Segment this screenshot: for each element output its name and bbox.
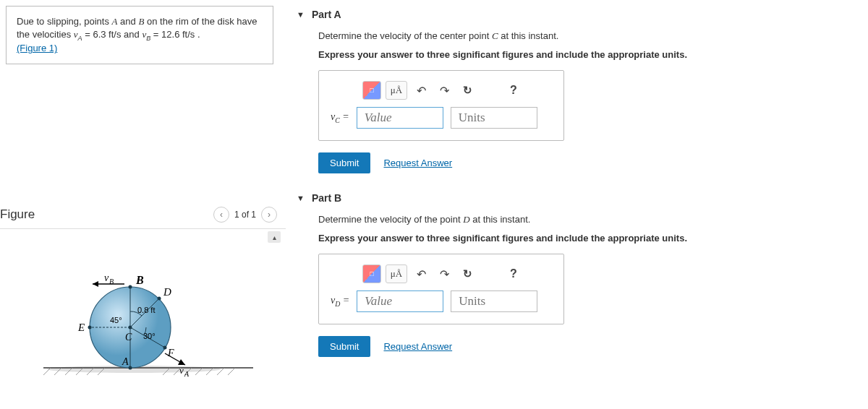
svg-text:B: B [109, 277, 114, 285]
part-a-answer-box: □ μÅ ↶ ↷ ↻ ? vC = [318, 70, 564, 141]
part-b-toolbar: □ μÅ ↶ ↷ ↻ ? [362, 264, 552, 283]
label-E: E [77, 322, 85, 333]
label-30: 30° [143, 332, 156, 340]
svg-point-23 [158, 297, 161, 301]
reset-icon[interactable]: ↻ [458, 264, 477, 283]
part-b-question: Determine the velocity of the point D at… [318, 214, 868, 225]
part-a-request-answer-link[interactable]: Request Answer [383, 158, 452, 168]
part-a-lhs: vC = [331, 111, 349, 124]
svg-marker-28 [93, 281, 98, 287]
part-a-section: ▼ Part A Determine the velocity of the c… [297, 9, 868, 173]
label-vA: v [179, 365, 184, 376]
redo-icon[interactable]: ↷ [435, 81, 454, 100]
label-C: C [125, 332, 132, 343]
redo-icon[interactable]: ↷ [435, 264, 454, 283]
part-b-lhs: vD = [331, 295, 349, 308]
part-b-request-answer-link[interactable]: Request Answer [383, 341, 452, 352]
templates-icon[interactable]: □ [362, 264, 381, 283]
figure-title: Figure [0, 207, 212, 222]
label-radius: 0.8 ft [137, 306, 155, 314]
part-a-instructions: Express your answer to three significant… [318, 49, 868, 60]
part-a-toolbar: □ μÅ ↶ ↷ ↻ ? [362, 81, 552, 100]
templates-icon[interactable]: □ [362, 81, 381, 100]
label-D: D [163, 286, 171, 298]
undo-icon[interactable]: ↶ [412, 264, 430, 283]
keyboard-icon[interactable] [481, 264, 500, 283]
part-a-value-input[interactable] [357, 107, 443, 129]
figure-link[interactable]: (Figure 1) [17, 43, 57, 53]
collapse-icon[interactable]: ▼ [297, 194, 305, 202]
figure-diagram: vB B D E C A F vA 0.8 ft 45° 30° [43, 249, 253, 394]
svg-point-24 [88, 326, 92, 330]
fig-next-button[interactable]: › [261, 207, 277, 223]
figure-counter: 1 of 1 [234, 210, 256, 220]
label-A: A [122, 356, 129, 367]
units-symbols-icon[interactable]: μÅ [386, 264, 407, 283]
keyboard-icon[interactable] [481, 81, 500, 100]
part-b-answer-box: □ μÅ ↶ ↷ ↻ ? vD = [318, 254, 564, 324]
part-a-units-input[interactable] [451, 107, 537, 129]
problem-statement: Due to slipping, points A and B on the r… [6, 6, 273, 64]
part-b-section: ▼ Part B Determine the velocity of the p… [297, 192, 868, 357]
svg-text:A: A [184, 370, 190, 378]
svg-point-26 [163, 346, 167, 350]
svg-line-14 [228, 368, 235, 375]
label-F: F [167, 348, 174, 358]
label-vB: v [104, 272, 109, 283]
units-symbols-icon[interactable]: μÅ [386, 81, 407, 100]
part-b-units-input[interactable] [451, 290, 537, 312]
fig-prev-button[interactable]: ‹ [213, 207, 229, 223]
part-b-submit-button[interactable]: Submit [318, 336, 370, 357]
svg-point-22 [129, 285, 132, 289]
problem-text: Due to slipping, points [17, 16, 112, 27]
label-B: B [135, 274, 144, 286]
part-a-submit-button[interactable]: Submit [318, 152, 370, 173]
collapse-icon[interactable]: ▼ [297, 10, 305, 19]
svg-marker-30 [178, 359, 185, 365]
svg-point-25 [129, 366, 132, 370]
label-45: 45° [110, 316, 122, 324]
help-icon[interactable]: ? [504, 264, 523, 283]
part-b-instructions: Express your answer to three significant… [318, 233, 868, 244]
undo-icon[interactable]: ↶ [412, 81, 430, 100]
part-b-title: Part B [312, 192, 341, 204]
svg-line-2 [43, 368, 51, 375]
scroll-up-icon[interactable]: ▴ [268, 231, 281, 243]
part-a-title: Part A [312, 9, 341, 20]
reset-icon[interactable]: ↻ [458, 81, 477, 100]
part-b-value-input[interactable] [357, 290, 443, 312]
part-a-question: Determine the velocity of the center poi… [318, 30, 868, 42]
help-icon[interactable]: ? [504, 81, 523, 100]
figure-header: Figure ‹ 1 of 1 › [0, 207, 286, 229]
